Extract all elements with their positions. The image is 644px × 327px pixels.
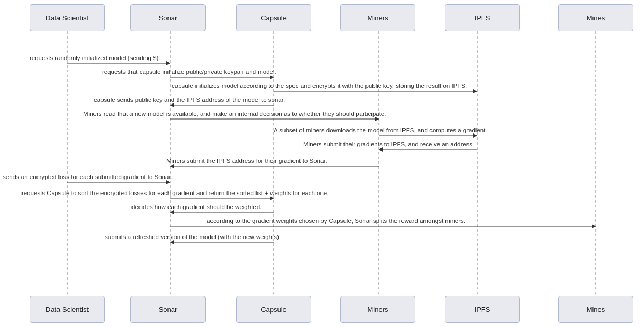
sequence-diagram: requests randomly initialized model (sen… <box>0 0 644 327</box>
svg-marker-37 <box>170 210 174 214</box>
svg-text:capsule sends public key and t: capsule sends public key and the IPFS ad… <box>94 96 285 103</box>
svg-text:requests randomly initialized : requests randomly initialized model (sen… <box>30 55 160 61</box>
diagram-svg: requests randomly initialized model (sen… <box>0 0 644 327</box>
svg-text:capsule initializes model acco: capsule initializes model according to t… <box>172 83 467 89</box>
svg-marker-25 <box>379 147 383 152</box>
svg-text:sends an encrypted loss for ea: sends an encrypted loss for each submitt… <box>3 174 172 180</box>
actor-bottom-data-scientist: Data Scientist <box>30 296 105 323</box>
actor-top-capsule: Capsule <box>236 4 311 31</box>
actor-bottom-ipfs: IPFS <box>445 296 520 323</box>
svg-marker-31 <box>166 180 170 184</box>
svg-marker-40 <box>592 224 596 228</box>
svg-text:according to the gradient weig: according to the gradient weights chosen… <box>207 218 465 224</box>
svg-text:submits a refreshed version of: submits a refreshed version of the model… <box>105 234 281 240</box>
actor-bottom-miners: Miners <box>340 296 415 323</box>
actor-top-miners: Miners <box>340 4 415 31</box>
svg-marker-13 <box>473 89 477 93</box>
svg-marker-28 <box>170 164 174 168</box>
svg-marker-7 <box>166 61 170 65</box>
svg-marker-19 <box>375 117 379 121</box>
actor-bottom-sonar: Sonar <box>130 296 206 323</box>
svg-text:requests that capsule initiali: requests that capsule initialize public/… <box>102 69 276 75</box>
actor-top-ipfs: IPFS <box>445 4 520 31</box>
svg-text:decides how each gradient shou: decides how each gradient should be weig… <box>131 204 261 210</box>
svg-marker-43 <box>170 240 174 244</box>
svg-text:requests Capsule to sort the e: requests Capsule to sort the encrypted l… <box>21 190 328 196</box>
svg-marker-34 <box>270 196 274 200</box>
svg-text:Miners submit their gradients : Miners submit their gradients to IPFS, a… <box>303 141 474 147</box>
svg-text:A subset of miners downloads t: A subset of miners downloads the model f… <box>274 127 487 133</box>
svg-marker-10 <box>270 75 274 79</box>
svg-text:Miners read that a new model i: Miners read that a new model is availabl… <box>83 110 386 117</box>
svg-text:Miners submit the IPFS address: Miners submit the IPFS address for their… <box>166 158 327 164</box>
actor-top-sonar: Sonar <box>130 4 206 31</box>
svg-marker-16 <box>170 103 174 107</box>
actor-top-mines: Mines <box>558 4 633 31</box>
actor-bottom-capsule: Capsule <box>236 296 311 323</box>
svg-marker-22 <box>473 133 477 138</box>
actor-top-data-scientist: Data Scientist <box>30 4 105 31</box>
actor-bottom-mines: Mines <box>558 296 633 323</box>
